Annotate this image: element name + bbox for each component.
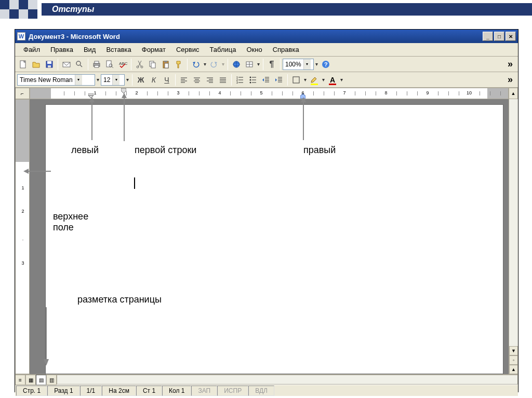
menu-help[interactable]: Справка xyxy=(268,44,304,55)
svg-rect-20 xyxy=(165,63,168,68)
undo-dropdown[interactable]: ▾ xyxy=(203,61,207,67)
status-page: Стр. 1 xyxy=(16,386,47,396)
paste-button[interactable] xyxy=(159,58,172,71)
decrease-indent-button[interactable] xyxy=(260,74,272,86)
svg-rect-9 xyxy=(95,65,99,67)
print-button[interactable] xyxy=(90,58,103,71)
vertical-ruler[interactable]: 1 2 · 3 xyxy=(15,99,30,374)
menu-format[interactable]: Формат xyxy=(137,44,171,55)
menubar: Файл Правка Вид Вставка Формат Сервис Та… xyxy=(15,43,518,57)
horizontal-scrollbar[interactable] xyxy=(57,375,518,385)
tab-selector[interactable]: ⌐ xyxy=(15,88,30,99)
bullet-list-button[interactable] xyxy=(247,74,259,86)
zoom-dropdown[interactable]: ▾ xyxy=(314,61,319,67)
page[interactable] xyxy=(45,104,503,374)
menu-view[interactable]: Вид xyxy=(78,44,101,55)
spellcheck-button[interactable]: ABC xyxy=(116,58,129,71)
format-painter-button[interactable] xyxy=(172,58,185,71)
zoom-combo[interactable]: 100%▾ xyxy=(283,59,314,70)
svg-text:3: 3 xyxy=(236,81,238,84)
font-color-button[interactable]: A xyxy=(326,74,339,86)
menu-file[interactable]: Файл xyxy=(18,44,45,55)
align-center-button[interactable] xyxy=(191,74,203,86)
table-dropdown[interactable]: ▾ xyxy=(256,61,261,67)
copy-button[interactable] xyxy=(147,58,159,71)
horizontal-scroll-row: ≡ ▦ ▤ ▥ xyxy=(15,374,518,385)
menu-window[interactable]: Окно xyxy=(241,44,267,55)
status-rec[interactable]: ЗАП xyxy=(191,386,217,396)
arrow-firstline xyxy=(116,92,132,144)
status-pages: 1/1 xyxy=(80,386,102,396)
svg-rect-3 xyxy=(48,65,51,67)
toolbar-overflow[interactable]: » xyxy=(504,59,516,70)
print-preview-button[interactable] xyxy=(103,58,116,71)
svg-text:ABC: ABC xyxy=(119,61,127,66)
web-view-button[interactable]: ▦ xyxy=(25,375,36,385)
search-button[interactable] xyxy=(73,58,86,71)
statusbar: Стр. 1 Разд 1 1/1 На 2см Ст 1 Кол 1 ЗАП … xyxy=(15,385,518,396)
svg-point-5 xyxy=(76,61,81,65)
outline-view-button[interactable]: ▥ xyxy=(46,375,57,385)
italic-button[interactable]: К xyxy=(148,74,160,86)
document-area[interactable] xyxy=(30,99,509,374)
increase-indent-button[interactable] xyxy=(273,74,285,86)
arrow-right-indent xyxy=(296,96,311,143)
word-application-window: W Документ3 - Microsoft Word _ □ ✕ Файл … xyxy=(15,29,518,392)
new-doc-button[interactable] xyxy=(17,58,30,71)
menu-edit[interactable]: Правка xyxy=(45,44,78,55)
svg-text:?: ? xyxy=(324,61,328,67)
save-button[interactable] xyxy=(43,58,56,71)
help-button[interactable]: ? xyxy=(320,58,332,71)
maximize-button[interactable]: □ xyxy=(494,32,504,41)
redo-dropdown[interactable]: ▾ xyxy=(221,61,225,67)
print-layout-view-button[interactable]: ▤ xyxy=(36,375,46,385)
bold-button[interactable]: Ж xyxy=(135,74,147,86)
vertical-scrollbar[interactable]: ▼ ◦ ▲ xyxy=(509,99,518,374)
cut-button[interactable] xyxy=(134,58,146,71)
menu-table[interactable]: Таблица xyxy=(204,44,241,55)
font-size-combo[interactable]: 12▾ xyxy=(101,74,125,86)
svg-point-55 xyxy=(250,81,251,83)
decorative-squares xyxy=(0,0,42,19)
undo-button[interactable] xyxy=(190,58,202,71)
close-button[interactable]: ✕ xyxy=(506,32,516,41)
slide-header: Отступы xyxy=(0,0,532,19)
align-right-button[interactable] xyxy=(204,74,216,86)
svg-line-6 xyxy=(80,65,82,67)
open-button[interactable] xyxy=(30,58,43,71)
svg-rect-19 xyxy=(164,61,167,62)
titlebar[interactable]: W Документ3 - Microsoft Word _ □ ✕ xyxy=(15,30,518,43)
horizontal-ruler[interactable]: 1234567891011 xyxy=(30,88,509,99)
menu-insert[interactable]: Вставка xyxy=(101,44,136,55)
svg-line-12 xyxy=(112,66,113,68)
email-button[interactable] xyxy=(60,58,73,71)
svg-rect-65 xyxy=(293,77,299,83)
status-track[interactable]: ИСПР xyxy=(217,386,248,396)
highlight-button[interactable] xyxy=(308,74,321,86)
font-combo[interactable]: Times New Roman▾ xyxy=(17,74,95,86)
status-ext[interactable]: ВДЛ xyxy=(248,386,274,396)
borders-button[interactable] xyxy=(290,74,302,86)
arrow-layout-view xyxy=(38,305,54,367)
tables-borders-button[interactable] xyxy=(243,58,256,71)
show-formatting-button[interactable]: ¶ xyxy=(265,58,278,71)
align-left-button[interactable] xyxy=(178,74,190,86)
hyperlink-button[interactable] xyxy=(230,58,243,71)
status-section: Разд 1 xyxy=(47,386,79,396)
menu-tools[interactable]: Сервис xyxy=(171,44,205,55)
numbered-list-button[interactable]: 123 xyxy=(234,74,246,86)
redo-button[interactable] xyxy=(208,58,220,71)
align-justify-button[interactable] xyxy=(217,74,229,86)
normal-view-button[interactable]: ≡ xyxy=(15,375,25,385)
toolbar-overflow-2[interactable]: » xyxy=(504,74,516,85)
underline-button[interactable]: Ч xyxy=(161,74,173,86)
app-icon[interactable]: W xyxy=(17,32,25,40)
ruler-scroll-up[interactable]: ▲ xyxy=(509,88,518,99)
svg-rect-2 xyxy=(47,61,51,64)
arrow-left-indent xyxy=(84,96,100,143)
arrow-top-margin xyxy=(22,163,54,179)
slide-title: Отступы xyxy=(42,3,532,16)
svg-point-53 xyxy=(250,79,251,80)
minimize-button[interactable]: _ xyxy=(483,32,493,41)
status-column: Кол 1 xyxy=(162,386,191,396)
